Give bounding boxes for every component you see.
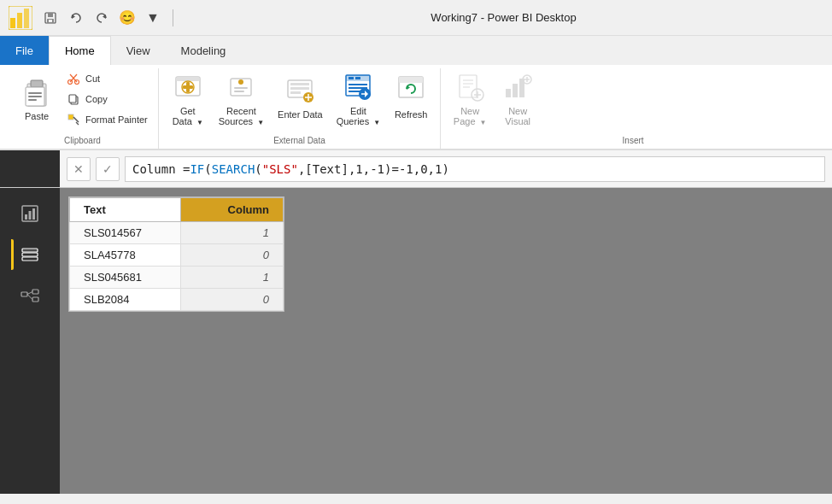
svg-rect-47: [349, 91, 360, 92]
table-row: SLA45778 0: [70, 244, 284, 267]
svg-rect-43: [349, 77, 354, 79]
table-row: SLB2084 0: [70, 289, 284, 311]
svg-rect-74: [22, 249, 38, 252]
save-button[interactable]: [39, 7, 62, 29]
svg-rect-1: [17, 13, 22, 28]
get-data-button[interactable]: GetData ▼: [166, 68, 210, 130]
copy-button[interactable]: Copy: [63, 90, 151, 108]
sidebar-icon-report[interactable]: [11, 195, 49, 232]
cut-button[interactable]: Cut: [63, 69, 151, 88]
insert-label: Insert: [448, 133, 818, 149]
undo-button[interactable]: [65, 7, 87, 29]
external-data-group: GetData ▼ RecentSources ▼: [159, 68, 441, 149]
svg-rect-7: [49, 20, 52, 22]
external-data-content: GetData ▼ RecentSources ▼: [166, 68, 433, 133]
svg-rect-11: [31, 80, 43, 87]
table-row: SLS045681 1: [70, 267, 284, 289]
formula-after-string: ,[Text],1,-1)=-1,0,1): [298, 162, 449, 176]
svg-rect-35: [290, 83, 309, 85]
svg-rect-0: [10, 18, 15, 28]
cut-icon: [67, 72, 80, 85]
tab-view[interactable]: View: [111, 36, 166, 65]
app-logo: [7, 4, 34, 32]
svg-rect-32: [234, 87, 248, 89]
formula-search-keyword: SEARCH: [212, 162, 255, 176]
formula-cancel-button[interactable]: ✕: [67, 157, 91, 181]
formula-confirm-button[interactable]: ✓: [96, 157, 120, 181]
svg-rect-5: [48, 13, 53, 17]
col-header-text: Text: [70, 198, 181, 222]
svg-rect-33: [234, 91, 244, 92]
cut-label: Cut: [85, 73, 100, 84]
cell-text-3: SLB2084: [70, 289, 181, 311]
new-page-button[interactable]: NewPage ▼: [448, 68, 492, 130]
data-table-wrapper: Text Column SLS014567 1 SLA45778 0 SLS04…: [68, 196, 284, 312]
svg-rect-73: [22, 257, 38, 261]
tab-file[interactable]: File: [0, 36, 49, 65]
svg-rect-13: [28, 92, 42, 94]
format-painter-icon: [67, 113, 80, 126]
svg-line-23: [73, 117, 79, 122]
formula-paren1: (: [204, 162, 211, 176]
svg-rect-36: [290, 87, 309, 90]
get-data-icon: [171, 72, 205, 103]
new-visual-label: NewVisual: [505, 106, 530, 126]
formula-rest: (: [255, 162, 261, 176]
formula-string: "SLS": [262, 162, 298, 176]
svg-rect-61: [506, 89, 511, 97]
edit-queries-icon: [341, 72, 375, 103]
window-title: Working7 - Power BI Desktop: [182, 11, 825, 24]
enter-data-icon: [283, 72, 317, 106]
redo-button[interactable]: [91, 7, 113, 29]
formula-bar-container: ✕ ✓ Column = IF(SEARCH("SLS",[Text],1,-1…: [0, 150, 832, 188]
tab-home[interactable]: Home: [49, 36, 111, 65]
formula-input[interactable]: Column = IF(SEARCH("SLS",[Text],1,-1)=-1…: [125, 156, 825, 182]
svg-rect-62: [513, 84, 518, 97]
copy-label: Copy: [85, 94, 108, 104]
cell-text-2: SLS045681: [70, 267, 181, 289]
enter-data-label: Enter Data: [278, 109, 323, 120]
svg-line-79: [27, 295, 32, 300]
svg-rect-2: [24, 9, 29, 28]
svg-rect-29: [183, 85, 193, 89]
feedback-button[interactable]: 😊: [116, 7, 138, 29]
sidebar-formula-spacer: [0, 150, 60, 187]
svg-rect-22: [68, 114, 73, 120]
formula-bar: ✕ ✓ Column = IF(SEARCH("SLS",[Text],1,-1…: [60, 150, 832, 188]
left-sidebar: [0, 188, 60, 494]
data-table: Text Column SLS014567 1 SLA45778 0 SLS04…: [69, 197, 284, 311]
svg-rect-69: [29, 211, 32, 220]
recent-sources-icon: [224, 72, 258, 103]
refresh-icon: [394, 72, 428, 106]
svg-rect-45: [349, 84, 367, 85]
clipboard-small-buttons: Cut Copy Format Painter: [63, 68, 151, 130]
new-visual-icon: [501, 72, 535, 103]
svg-point-31: [238, 79, 243, 85]
enter-data-button[interactable]: Enter Data: [272, 68, 328, 130]
clipboard-label: Clipboard: [14, 133, 151, 149]
recent-sources-button[interactable]: RecentSources ▼: [214, 68, 269, 130]
svg-rect-54: [460, 75, 477, 97]
new-visual-button[interactable]: NewVisual: [495, 68, 540, 130]
ribbon: Paste Cut Copy: [0, 65, 832, 150]
col-header-column: Column: [181, 198, 284, 222]
tab-modeling[interactable]: Modeling: [166, 36, 242, 65]
svg-rect-15: [28, 99, 37, 101]
cell-value-0: 1: [181, 222, 284, 244]
paste-button[interactable]: Paste: [14, 68, 60, 130]
svg-rect-68: [25, 214, 27, 220]
cell-text-1: SLA45778: [70, 244, 181, 267]
edit-queries-button[interactable]: EditQueries ▼: [331, 68, 386, 130]
clipboard-group: Paste Cut Copy: [7, 68, 159, 149]
svg-rect-76: [32, 290, 38, 294]
svg-rect-52: [399, 77, 423, 83]
sidebar-icon-data[interactable]: [11, 236, 49, 273]
format-painter-button[interactable]: Format Painter: [63, 110, 151, 129]
refresh-button[interactable]: Refresh: [389, 68, 433, 130]
sidebar-icon-relationships[interactable]: [11, 277, 49, 314]
recent-sources-label: RecentSources ▼: [219, 106, 264, 126]
svg-rect-70: [32, 208, 35, 220]
quick-access-dropdown[interactable]: ▼: [142, 7, 164, 29]
svg-rect-77: [32, 297, 38, 302]
svg-rect-72: [22, 253, 38, 256]
